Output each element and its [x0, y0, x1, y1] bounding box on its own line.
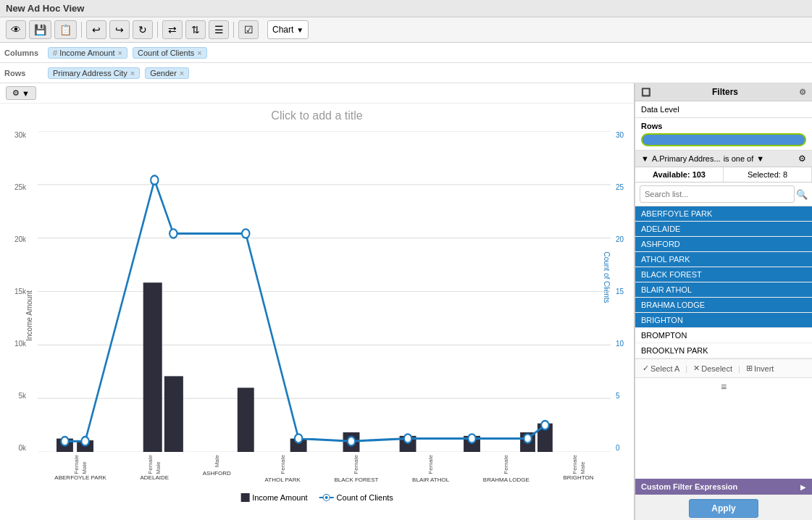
filter-item-blair-athol[interactable]: BLAIR ATHOL [635, 282, 812, 298]
invert-btn[interactable]: ⊞ Invert [743, 362, 777, 374]
filter-item-brighton[interactable]: BRIGHTON [635, 313, 812, 328]
x-group-label-adelaide: ADELAIDE [140, 474, 169, 481]
filter-field-label: A.Primary Addres... [652, 154, 721, 163]
filter-item-black-forest[interactable]: BLACK FOREST [635, 267, 812, 282]
filter-dots: ≡ [635, 378, 812, 395]
filters-panel-header: 🔲 Filters ⚙ [635, 83, 812, 101]
toolbar-sep-1 [81, 22, 82, 38]
data-level-label: Data Level [641, 105, 679, 114]
filter-item-label: BRIGHTON [641, 316, 683, 324]
switch-btn[interactable]: ⇄ [162, 20, 183, 39]
filter-tab-available[interactable]: Available: 103 [635, 167, 724, 182]
remove-income-icon[interactable]: × [118, 49, 122, 57]
rows-section: Rows [635, 118, 812, 151]
filter-selected-text: Selected: 8 [748, 170, 787, 179]
filter-item-label: ASHFORD [641, 240, 680, 248]
check-btn[interactable]: ☑ [238, 20, 259, 39]
y-right-5: 5 [616, 392, 620, 400]
legend-line-label: Count of Clients [337, 493, 393, 502]
main-container: ⚙ ▼ Click to add a title Income Amount C… [0, 83, 812, 520]
filter-actions: ✓ Select A | ✕ Deselect | ⊞ Invert [635, 358, 812, 378]
filter-item-adelaide[interactable]: ADELAIDE [635, 222, 812, 237]
sort-btn[interactable]: ⇅ [185, 20, 206, 39]
svg-point-19 [81, 437, 88, 445]
custom-filter-section[interactable]: Custom Filter Expression ▶ [635, 479, 812, 495]
x-group-label-blackforest: BLACK FOREST [335, 477, 379, 483]
column-income-amount[interactable]: # Income Amount × [48, 47, 127, 59]
checkmark-icon: ✓ [643, 364, 649, 373]
apply-button[interactable]: Apply [689, 499, 758, 518]
x-group-brahma: Female BRAHMA LODGE [483, 455, 530, 483]
x-label-brahma-female: Female [503, 455, 509, 474]
filter-tabs: Available: 103 Selected: 8 [635, 167, 812, 183]
filters-icon: 🔲 [641, 88, 651, 97]
settings-dropdown-icon: ▼ [22, 89, 30, 98]
panel-menu-icon[interactable]: ⚙ [799, 88, 806, 97]
filter-item-athol-park[interactable]: ATHOL PARK [635, 252, 812, 267]
filter-item-label: BROMPTON [641, 331, 687, 340]
svg-rect-10 [164, 376, 183, 452]
search-button[interactable]: 🔍 [796, 189, 808, 200]
remove-count-icon[interactable]: × [197, 49, 201, 57]
y-left-15k: 15k [14, 288, 26, 295]
column-income-label: Income Amount [59, 49, 114, 57]
view-icon-btn[interactable]: 👁 [6, 20, 26, 39]
x-group-brighton: Female Male BRIGHTON [564, 455, 594, 483]
data-level-row: Data Level [635, 101, 812, 118]
filter-condition: is one of [724, 154, 754, 163]
export-btn[interactable]: 📋 [54, 20, 77, 39]
row-address-label: Primary Address City [53, 69, 127, 77]
redo-btn[interactable]: ↪ [109, 20, 130, 39]
redo2-btn[interactable]: ↻ [133, 20, 153, 39]
filter-tab-selected[interactable]: Selected: 8 [724, 167, 812, 182]
chart-settings-bar: ⚙ ▼ [0, 83, 634, 104]
x-label-brighton-male: Male [579, 455, 586, 474]
remove-gender-icon[interactable]: × [180, 69, 184, 77]
x-label-aberfoyle-male: Male [81, 455, 88, 474]
filter-item-aberfoyle-park[interactable]: ABERFOYLE PARK [635, 206, 812, 222]
x-group-label-blairathol: BLAIR ATHOL [412, 477, 449, 483]
save-btn[interactable]: 💾 [29, 20, 51, 39]
row-gender[interactable]: Gender × [145, 67, 189, 79]
settings-btn[interactable]: ⚙ ▼ [6, 86, 36, 100]
chart-title[interactable]: Click to add a title [0, 104, 634, 125]
y-right-10: 10 [616, 340, 624, 348]
filter-item-ashford[interactable]: ASHFORD [635, 237, 812, 252]
remove-address-icon[interactable]: × [130, 69, 135, 77]
undo-btn[interactable]: ↩ [86, 20, 106, 39]
deselect-btn[interactable]: ✕ Deselect [690, 362, 735, 374]
chart-type-select[interactable]: Chart ▼ [267, 20, 309, 39]
table-btn[interactable]: ☰ [209, 20, 229, 39]
x-group-blairathol: Female BLAIR ATHOL [412, 455, 449, 483]
chart-content: Income Amount Count of Clients 30k 25k 2… [0, 125, 634, 506]
x-group-ashford: Male ASHFORD [203, 455, 231, 483]
filter-item-brompton[interactable]: BROMPTON [635, 328, 812, 343]
column-count-clients[interactable]: Count of Clients × [133, 47, 207, 59]
x-icon: ✕ [693, 364, 700, 373]
y-right-30: 30 [616, 131, 624, 139]
filter-search-row: 🔍 [635, 183, 812, 206]
filter-search-input[interactable] [640, 185, 795, 203]
y-left-title: Income Amount [25, 290, 33, 340]
filter-item-label: ABERFOYLE PARK [641, 209, 712, 218]
y-left-30k: 30k [14, 131, 26, 139]
filter-item-brahma-lodge[interactable]: BRAHMA LODGE [635, 298, 812, 313]
filter-header-menu-icon[interactable]: ⚙ [798, 154, 806, 164]
x-group-aberfoyle: Female Male ABERFOYLE PARK [54, 455, 106, 483]
x-group-label-aberfoyle: ABERFOYLE PARK [54, 474, 106, 481]
x-label-athol-female: Female [280, 455, 286, 474]
legend-line: Count of Clients [319, 493, 393, 502]
filter-section: ▼ A.Primary Addres... is one of ▼ ⚙ Avai… [635, 151, 812, 479]
toolbar: 👁 💾 📋 ↩ ↪ ↻ ⇄ ⇅ ☰ ☑ Chart ▼ [0, 17, 812, 43]
columns-fields: # Income Amount × Count of Clients × [48, 47, 210, 59]
row-primary-address[interactable]: Primary Address City × [48, 67, 140, 79]
select-all-btn[interactable]: ✓ Select A [640, 362, 682, 374]
filter-item-brooklyn-park[interactable]: BROOKLYN PARK [635, 343, 812, 358]
filter-item-label: BRAHMA LODGE [641, 301, 705, 309]
invert-icon: ⊞ [746, 364, 753, 373]
x-group-label-brahma: BRAHMA LODGE [483, 477, 530, 483]
right-panel: 🔲 Filters ⚙ Data Level Rows ▼ A.Primary … [635, 83, 812, 520]
svg-point-18 [61, 437, 68, 445]
svg-point-28 [541, 421, 548, 429]
filter-header[interactable]: ▼ A.Primary Addres... is one of ▼ ⚙ [635, 151, 812, 167]
